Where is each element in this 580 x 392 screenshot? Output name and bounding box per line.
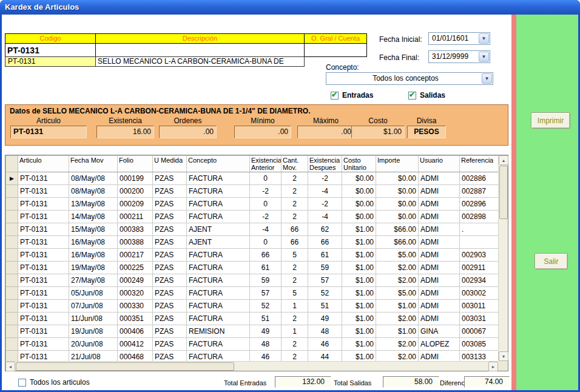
grid-cell[interactable]: 0 xyxy=(250,236,282,249)
table-row[interactable]: ▶PT-013108/May/08000199PZASFACTURA02-2$0… xyxy=(6,172,499,185)
grid-cell[interactable]: 000383 xyxy=(118,223,153,236)
column-header[interactable]: Articulo xyxy=(18,156,69,172)
grid-cell[interactable]: 66 xyxy=(282,223,308,236)
grid-cell[interactable]: 2 xyxy=(282,185,308,198)
grid-cell[interactable]: PT-0131 xyxy=(18,300,69,313)
grid-cell[interactable]: FACTURA xyxy=(187,274,250,287)
grid-cell[interactable]: PT-0131 xyxy=(18,236,69,249)
grid-cell[interactable]: PT-0131 xyxy=(18,287,69,300)
grid-cell[interactable]: 000217 xyxy=(118,249,153,262)
grid-cell[interactable]: 2 xyxy=(282,351,308,362)
row-selector[interactable] xyxy=(6,351,18,362)
scroll-left-icon[interactable]: ◄ xyxy=(5,362,15,371)
grid-cell[interactable]: 66 xyxy=(250,249,282,262)
grid-cell[interactable]: PT-0131 xyxy=(18,198,69,211)
grid-cell[interactable]: PZAS xyxy=(153,236,187,249)
grid-cell[interactable]: FACTURA xyxy=(187,262,250,274)
grid-cell[interactable]: 0 xyxy=(250,172,282,185)
grid-cell[interactable]: 07/Jun/08 xyxy=(69,300,118,313)
column-header[interactable]: Usuario xyxy=(419,156,460,172)
grid-cell[interactable]: 16/May/08 xyxy=(69,249,118,262)
table-row[interactable]: PT-013116/May/08000388PZASAJENT06666$1.0… xyxy=(6,236,499,249)
grid-cell[interactable]: 000200 xyxy=(118,185,153,198)
fecha-inicial-combo[interactable]: 01/01/1601 ▼ xyxy=(428,32,490,45)
grid-cell[interactable]: 002903 xyxy=(460,249,499,262)
grid-cell[interactable]: $1.00 xyxy=(342,351,376,362)
grid-cell[interactable]: 62 xyxy=(308,223,342,236)
grid-cell[interactable]: FACTURA xyxy=(187,172,250,185)
title-bar[interactable]: Kardex de Articulos xyxy=(0,0,580,15)
grid-cell[interactable]: GINA xyxy=(419,325,460,338)
grid-cell[interactable]: $1.00 xyxy=(342,338,376,351)
table-row[interactable]: PT-013113/May/08000209PZASFACTURA02-2$0.… xyxy=(6,198,499,211)
grid-cell[interactable]: $5.00 xyxy=(376,287,419,300)
grid-cell[interactable]: 08/May/08 xyxy=(69,185,118,198)
grid-cell[interactable]: $2.00 xyxy=(376,351,419,362)
grid-cell[interactable]: 0 xyxy=(250,198,282,211)
grid-cell[interactable]: 002887 xyxy=(460,185,499,198)
grid-cell[interactable]: FACTURA xyxy=(187,300,250,313)
grid-cell[interactable]: PZAS xyxy=(153,223,187,236)
grid-cell[interactable]: PZAS xyxy=(153,313,187,325)
table-row[interactable]: PT-013105/Jun/08000320PZASFACTURA57552$1… xyxy=(6,287,499,300)
grid-cell[interactable]: 59 xyxy=(308,262,342,274)
grid-cell[interactable]: $1.00 xyxy=(342,313,376,325)
column-header[interactable]: U Medida xyxy=(153,156,187,172)
grid-cell[interactable]: PT-0131 xyxy=(18,338,69,351)
grid-cell[interactable]: 002911 xyxy=(460,262,499,274)
grid-cell[interactable]: $2.00 xyxy=(376,274,419,287)
grid-cell[interactable]: ADMI xyxy=(419,313,460,325)
grid-cell[interactable]: $2.00 xyxy=(376,338,419,351)
grid-cell[interactable]: ALOPEZ xyxy=(419,338,460,351)
result-codigo-cell[interactable]: PT-0131 xyxy=(5,56,96,67)
grid-cell[interactable]: . xyxy=(460,223,499,236)
grid-cell[interactable]: PT-0131 xyxy=(18,262,69,274)
grid-cell[interactable]: $1.00 xyxy=(342,300,376,313)
grid-cell[interactable]: 5 xyxy=(282,287,308,300)
grid-cell[interactable]: 46 xyxy=(308,338,342,351)
grid-cell[interactable]: 57 xyxy=(308,274,342,287)
grid-cell[interactable]: 48 xyxy=(308,325,342,338)
grid-cell[interactable]: $1.00 xyxy=(342,325,376,338)
column-header[interactable]: Importe xyxy=(376,156,419,172)
grid-cell[interactable]: 48 xyxy=(250,338,282,351)
table-row[interactable]: PT-013119/May/08000225PZASFACTURA61259$1… xyxy=(6,262,499,274)
row-selector[interactable] xyxy=(6,325,18,338)
grid-cell[interactable]: FACTURA xyxy=(187,198,250,211)
grid-cell[interactable]: ADMI xyxy=(419,274,460,287)
grid-cell[interactable]: $0.00 xyxy=(342,211,376,223)
grid-cell[interactable]: PZAS xyxy=(153,338,187,351)
column-header[interactable]: Fecha Mov xyxy=(69,156,118,172)
concepto-combo[interactable]: Todos los conceptos ▼ xyxy=(326,72,493,85)
cuenta-input[interactable] xyxy=(304,43,367,57)
grid-cell[interactable]: FACTURA xyxy=(187,338,250,351)
grid-cell[interactable]: 59 xyxy=(250,274,282,287)
grid-cell[interactable]: 2 xyxy=(282,211,308,223)
grid-cell[interactable]: AJENT xyxy=(187,223,250,236)
grid-cell[interactable]: 002896 xyxy=(460,198,499,211)
codigo-input[interactable] xyxy=(5,43,96,57)
grid-cell[interactable]: $2.00 xyxy=(376,313,419,325)
grid-cell[interactable]: PT-0131 xyxy=(18,211,69,223)
grid-cell[interactable]: 13/May/08 xyxy=(69,198,118,211)
column-header[interactable]: Cant. Mov. xyxy=(282,156,308,172)
todos-articulos-checkbox[interactable]: ✔ Todos los articulos xyxy=(18,378,90,387)
grid-cell[interactable]: 21/Jul/08 xyxy=(69,351,118,362)
grid-cell[interactable]: AJENT xyxy=(187,236,250,249)
row-selector[interactable] xyxy=(6,185,18,198)
grid-cell[interactable]: FACTURA xyxy=(187,185,250,198)
scroll-right-icon[interactable]: ► xyxy=(488,362,498,371)
grid-cell[interactable]: 2 xyxy=(282,198,308,211)
grid-cell[interactable]: PZAS xyxy=(153,211,187,223)
grid-cell[interactable]: $0.00 xyxy=(376,198,419,211)
grid-cell[interactable]: $1.00 xyxy=(342,287,376,300)
grid-cell[interactable]: PZAS xyxy=(153,198,187,211)
row-selector[interactable] xyxy=(6,249,18,262)
grid-cell[interactable]: 003031 xyxy=(460,313,499,325)
row-selector[interactable] xyxy=(6,198,18,211)
grid-cell[interactable]: 49 xyxy=(308,313,342,325)
grid-cell[interactable]: 52 xyxy=(308,287,342,300)
grid-cell[interactable]: $66.00 xyxy=(376,236,419,249)
grid-cell[interactable]: 002886 xyxy=(460,172,499,185)
grid-cell[interactable]: 000412 xyxy=(118,338,153,351)
